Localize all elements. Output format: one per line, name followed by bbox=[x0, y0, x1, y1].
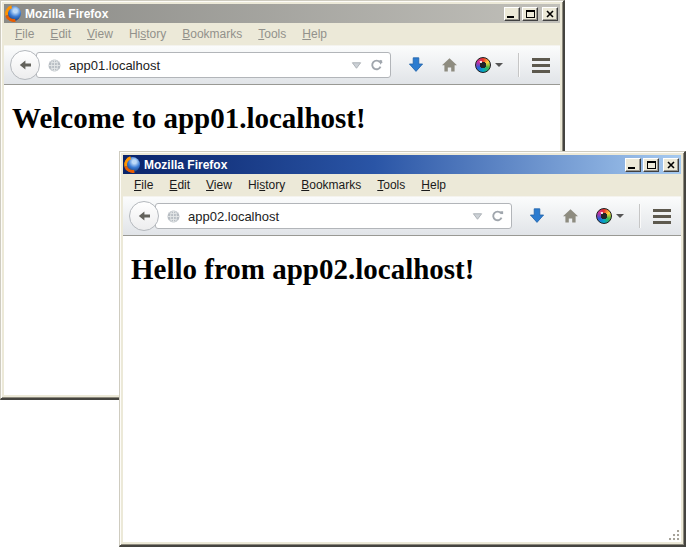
toolbar-separator bbox=[518, 53, 519, 77]
maximize-button[interactable] bbox=[643, 158, 659, 172]
page-content: Hello from app02.localhost! bbox=[123, 236, 681, 542]
menubar: FileEditViewHistoryBookmarksToolsHelp bbox=[4, 23, 560, 45]
home-button[interactable] bbox=[562, 208, 579, 224]
chevron-down-icon[interactable] bbox=[351, 61, 362, 70]
menu-item-edit[interactable]: Edit bbox=[161, 176, 198, 194]
open-menu-button[interactable] bbox=[532, 58, 550, 73]
close-button[interactable] bbox=[663, 158, 679, 172]
minimize-icon bbox=[507, 16, 514, 18]
menu-item-tools[interactable]: Tools bbox=[369, 176, 413, 194]
titlebar[interactable]: Mozilla Firefox bbox=[4, 4, 560, 23]
menu-item-view[interactable]: View bbox=[79, 25, 121, 43]
color-wheel-icon bbox=[596, 208, 612, 224]
close-icon bbox=[546, 10, 554, 18]
toolbar-separator bbox=[639, 204, 640, 228]
url-text[interactable]: app02.localhost bbox=[188, 209, 465, 224]
window-controls bbox=[625, 158, 679, 172]
menu-item-bookmarks[interactable]: Bookmarks bbox=[293, 176, 369, 194]
firefox-logo-icon bbox=[6, 6, 21, 21]
browser-window-app02[interactable]: Mozilla Firefox FileEditViewHistoryBookm… bbox=[119, 151, 686, 547]
window-controls bbox=[504, 7, 558, 21]
home-icon bbox=[441, 57, 458, 73]
menu-item-tools[interactable]: Tools bbox=[250, 25, 294, 43]
url-bar[interactable]: app02.localhost bbox=[155, 203, 512, 229]
maximize-icon bbox=[647, 161, 656, 169]
extension-button[interactable] bbox=[475, 57, 503, 73]
page-heading: Welcome to app01.localhost! bbox=[12, 102, 560, 135]
caret-down-icon bbox=[616, 214, 624, 218]
color-wheel-icon bbox=[475, 57, 491, 73]
menu-item-edit[interactable]: Edit bbox=[42, 25, 79, 43]
hamburger-menu-icon bbox=[532, 58, 550, 61]
navigation-toolbar: app02.localhost bbox=[123, 196, 681, 236]
downloads-button[interactable] bbox=[408, 57, 424, 73]
download-arrow-icon bbox=[529, 208, 545, 224]
url-bar[interactable]: app01.localhost bbox=[36, 52, 391, 78]
caret-down-icon bbox=[495, 63, 503, 67]
minimize-button[interactable] bbox=[504, 7, 520, 21]
downloads-button[interactable] bbox=[529, 208, 545, 224]
home-button[interactable] bbox=[441, 57, 458, 73]
url-text[interactable]: app01.localhost bbox=[69, 58, 344, 73]
globe-icon bbox=[166, 209, 181, 224]
menu-item-bookmarks[interactable]: Bookmarks bbox=[174, 25, 250, 43]
minimize-icon bbox=[628, 167, 635, 169]
menu-item-file[interactable]: File bbox=[126, 176, 161, 194]
maximize-icon bbox=[526, 10, 535, 18]
back-button[interactable] bbox=[10, 50, 40, 80]
back-arrow-icon bbox=[17, 57, 33, 73]
reload-icon[interactable] bbox=[490, 209, 505, 224]
menu-item-history[interactable]: History bbox=[240, 176, 293, 194]
minimize-button[interactable] bbox=[625, 158, 641, 172]
maximize-button[interactable] bbox=[522, 7, 538, 21]
hamburger-menu-icon bbox=[653, 209, 671, 212]
menu-item-help[interactable]: Help bbox=[413, 176, 454, 194]
navigation-toolbar: app01.localhost bbox=[4, 45, 560, 85]
close-button[interactable] bbox=[542, 7, 558, 21]
home-icon bbox=[562, 208, 579, 224]
page-heading: Hello from app02.localhost! bbox=[131, 253, 681, 286]
globe-icon bbox=[47, 58, 62, 73]
window-title: Mozilla Firefox bbox=[144, 158, 621, 172]
resize-grip-icon[interactable] bbox=[667, 528, 680, 541]
menu-item-help[interactable]: Help bbox=[294, 25, 335, 43]
menu-item-history[interactable]: History bbox=[121, 25, 174, 43]
chevron-down-icon[interactable] bbox=[472, 212, 483, 221]
titlebar[interactable]: Mozilla Firefox bbox=[123, 155, 681, 174]
menubar: FileEditViewHistoryBookmarksToolsHelp bbox=[123, 174, 681, 196]
download-arrow-icon bbox=[408, 57, 424, 73]
window-title: Mozilla Firefox bbox=[25, 7, 500, 21]
menu-item-file[interactable]: File bbox=[7, 25, 42, 43]
close-icon bbox=[667, 161, 675, 169]
back-button[interactable] bbox=[129, 201, 159, 231]
open-menu-button[interactable] bbox=[653, 209, 671, 224]
firefox-logo-icon bbox=[125, 157, 140, 172]
reload-icon[interactable] bbox=[369, 58, 384, 73]
back-arrow-icon bbox=[136, 208, 152, 224]
menu-item-view[interactable]: View bbox=[198, 176, 240, 194]
extension-button[interactable] bbox=[596, 208, 624, 224]
